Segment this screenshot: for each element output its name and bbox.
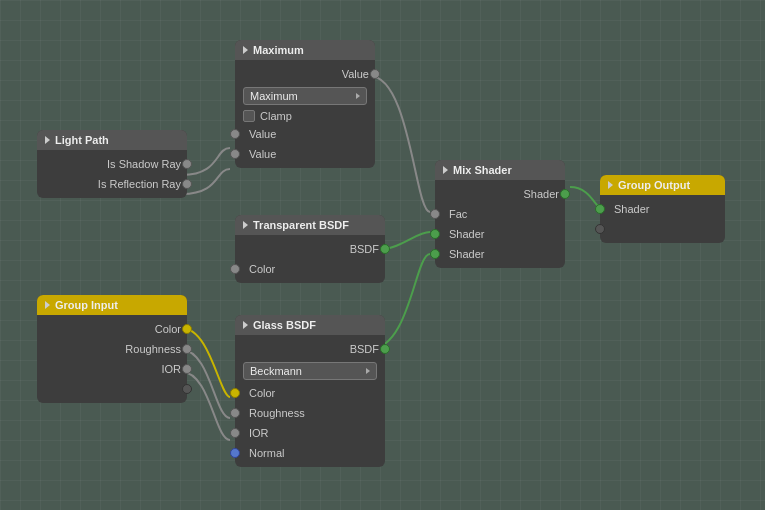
glass-bsdf-dropdown[interactable]: Beckmann (243, 362, 377, 380)
shader2-label: Shader (449, 248, 484, 260)
maximum-input-value2: Value (235, 144, 375, 164)
shader1-label: Shader (449, 228, 484, 240)
transparent-bsdf-body: BSDF Color (235, 235, 385, 283)
mix-shader-header: Mix Shader (435, 160, 565, 180)
dropdown-arrow-icon (356, 93, 360, 99)
glass-bsdf-body: BSDF Beckmann Color Roughness IOR Normal (235, 335, 385, 467)
group-input-ior: IOR (37, 359, 187, 379)
bsdf-out-socket[interactable] (380, 244, 390, 254)
collapse-icon[interactable] (443, 166, 448, 174)
collapse-icon[interactable] (243, 321, 248, 329)
fac-socket[interactable] (430, 209, 440, 219)
value1-in-label: Value (249, 128, 276, 140)
clamp-checkbox[interactable] (243, 110, 255, 122)
transparent-bsdf-color: Color (235, 259, 385, 279)
shader-out-socket[interactable] (560, 189, 570, 199)
group-input-body: Color Roughness IOR (37, 315, 187, 403)
light-path-output-shadow: Is Shadow Ray (37, 154, 187, 174)
value2-in-socket[interactable] (230, 149, 240, 159)
group-output-body: Shader (600, 195, 725, 243)
maximum-dropdown-label: Maximum (250, 90, 298, 102)
transparent-bsdf-title: Transparent BSDF (253, 219, 349, 231)
value-out-label: Value (342, 68, 369, 80)
shadow-ray-socket[interactable] (182, 159, 192, 169)
glass-bsdf-roughness: Roughness (235, 403, 385, 423)
tb-color-socket[interactable] (230, 264, 240, 274)
light-path-header: Light Path (37, 130, 187, 150)
light-path-node: Light Path Is Shadow Ray Is Reflection R… (37, 130, 187, 198)
glass-bsdf-header: Glass BSDF (235, 315, 385, 335)
maximum-output-value: Value (235, 64, 375, 84)
mix-shader-node: Mix Shader Shader Fac Shader Shader (435, 160, 565, 268)
maximum-title: Maximum (253, 44, 304, 56)
tb-color-label: Color (249, 263, 275, 275)
glass-bsdf-out-socket[interactable] (380, 344, 390, 354)
group-output-shader: Shader (600, 199, 725, 219)
mix-shader-shader2: Shader (435, 244, 565, 264)
value2-in-label: Value (249, 148, 276, 160)
maximum-body: Value Maximum Clamp Value Value (235, 60, 375, 168)
transparent-bsdf-header: Transparent BSDF (235, 215, 385, 235)
go-shader-label: Shader (614, 203, 649, 215)
go-shader-socket[interactable] (595, 204, 605, 214)
group-output-extra (600, 219, 725, 239)
reflection-ray-label: Is Reflection Ray (98, 178, 181, 190)
bsdf-out-label: BSDF (350, 243, 379, 255)
shadow-ray-label: Is Shadow Ray (107, 158, 181, 170)
transparent-bsdf-output: BSDF (235, 239, 385, 259)
group-output-node: Group Output Shader (600, 175, 725, 243)
mix-shader-shader1: Shader (435, 224, 565, 244)
clamp-checkbox-row: Clamp (235, 108, 375, 124)
beckmann-label: Beckmann (250, 365, 302, 377)
mix-shader-title: Mix Shader (453, 164, 512, 176)
collapse-icon[interactable] (45, 301, 50, 309)
dropdown-arrow-icon (366, 368, 370, 374)
group-input-title: Group Input (55, 299, 118, 311)
value-out-socket[interactable] (370, 69, 380, 79)
glass-normal-label: Normal (249, 447, 284, 459)
glass-color-label: Color (249, 387, 275, 399)
shader2-socket[interactable] (430, 249, 440, 259)
glass-bsdf-ior: IOR (235, 423, 385, 443)
collapse-icon[interactable] (243, 221, 248, 229)
go-extra-socket (595, 224, 605, 234)
collapse-icon[interactable] (45, 136, 50, 144)
gi-extra-socket (182, 384, 192, 394)
glass-bsdf-out-label: BSDF (350, 343, 379, 355)
maximum-input-value1: Value (235, 124, 375, 144)
glass-normal-socket[interactable] (230, 448, 240, 458)
light-path-body: Is Shadow Ray Is Reflection Ray (37, 150, 187, 198)
gi-ior-label: IOR (161, 363, 181, 375)
shader1-socket[interactable] (430, 229, 440, 239)
glass-bsdf-normal: Normal (235, 443, 385, 463)
group-input-extra (37, 379, 187, 399)
glass-ior-socket[interactable] (230, 428, 240, 438)
light-path-title: Light Path (55, 134, 109, 146)
mix-shader-body: Shader Fac Shader Shader (435, 180, 565, 268)
collapse-icon[interactable] (608, 181, 613, 189)
group-output-header: Group Output (600, 175, 725, 195)
gi-color-label: Color (155, 323, 181, 335)
gi-roughness-socket[interactable] (182, 344, 192, 354)
group-input-color: Color (37, 319, 187, 339)
maximum-dropdown[interactable]: Maximum (243, 87, 367, 105)
mix-shader-output: Shader (435, 184, 565, 204)
clamp-label: Clamp (260, 110, 292, 122)
maximum-header: Maximum (235, 40, 375, 60)
gi-color-socket[interactable] (182, 324, 192, 334)
transparent-bsdf-node: Transparent BSDF BSDF Color (235, 215, 385, 283)
glass-ior-label: IOR (249, 427, 269, 439)
value1-in-socket[interactable] (230, 129, 240, 139)
reflection-ray-socket[interactable] (182, 179, 192, 189)
glass-color-socket[interactable] (230, 388, 240, 398)
light-path-output-reflection: Is Reflection Ray (37, 174, 187, 194)
collapse-icon[interactable] (243, 46, 248, 54)
maximum-node: Maximum Value Maximum Clamp Value Value (235, 40, 375, 168)
shader-out-label: Shader (524, 188, 559, 200)
gi-roughness-label: Roughness (125, 343, 181, 355)
glass-bsdf-node: Glass BSDF BSDF Beckmann Color Roughness… (235, 315, 385, 467)
glass-bsdf-color: Color (235, 383, 385, 403)
gi-ior-socket[interactable] (182, 364, 192, 374)
glass-roughness-socket[interactable] (230, 408, 240, 418)
group-input-header: Group Input (37, 295, 187, 315)
